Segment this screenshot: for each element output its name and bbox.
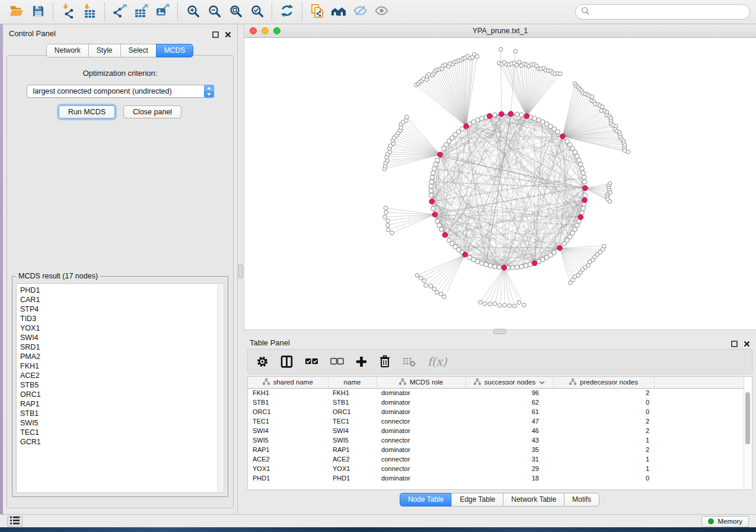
attribute-type-icon xyxy=(399,379,406,386)
select-all-button[interactable] xyxy=(305,358,318,366)
table-row[interactable]: RAP1RAP1dominator352 xyxy=(248,445,744,454)
splitter-handle[interactable] xyxy=(238,264,243,278)
horizontal-splitter[interactable] xyxy=(244,329,756,334)
list-scrollbar[interactable] xyxy=(217,284,223,492)
table-row[interactable]: ACE2ACE2connector311 xyxy=(248,454,744,464)
houses-icon xyxy=(331,4,346,20)
criterion-dropdown[interactable]: largest connected component (undirected) xyxy=(27,85,214,98)
table-scrollbar[interactable] xyxy=(744,389,751,489)
import-table-icon xyxy=(82,4,97,21)
export-image-button[interactable] xyxy=(152,2,173,21)
control-panel: Control Panel NetworkStyleSelectMCDS Opt… xyxy=(3,24,238,514)
network-title: YPA_prune.txt_1 xyxy=(244,27,756,35)
mcds-result-item[interactable]: TID3 xyxy=(20,314,224,323)
network-titlebar[interactable]: YPA_prune.txt_1 xyxy=(244,24,756,38)
memory-button[interactable]: Memory xyxy=(701,516,749,527)
table-tab-motifs[interactable]: Motifs xyxy=(564,493,599,507)
toolbar-separator xyxy=(104,3,105,21)
toolbar-separator xyxy=(53,3,53,21)
equation-builder-button[interactable]: f(x) xyxy=(428,355,447,368)
table-tab-network-table[interactable]: Network Table xyxy=(503,493,564,507)
table-options-button[interactable] xyxy=(256,355,269,368)
mcds-result-item[interactable]: STB5 xyxy=(20,380,224,390)
table-row[interactable]: FKH1FKH1dominator962 xyxy=(248,388,744,398)
import-network-button[interactable] xyxy=(58,2,79,21)
close-panel-icon[interactable] xyxy=(744,339,750,350)
tab-style[interactable]: Style xyxy=(88,44,121,57)
column-header-name[interactable]: name xyxy=(328,377,377,388)
mcds-result-item[interactable]: RAP1 xyxy=(20,399,224,409)
task-history-button[interactable] xyxy=(7,516,23,527)
search-input[interactable] xyxy=(594,8,749,16)
search-field[interactable] xyxy=(575,4,750,20)
table-panel: Table Panel f(x) xyxy=(244,334,756,514)
zoom-fit-button[interactable] xyxy=(225,2,246,21)
table-row[interactable]: STB1STB1dominator620 xyxy=(248,398,744,407)
refresh-icon xyxy=(280,4,294,20)
mcds-result-item[interactable]: SWI4 xyxy=(20,333,224,342)
column-header-successor-nodes[interactable]: successor nodes xyxy=(465,377,553,388)
export-network-icon xyxy=(113,4,127,21)
column-header-predecessor-nodes[interactable]: predecessor nodes xyxy=(553,377,654,388)
mcds-tab-content: Optimization criterion: largest connecte… xyxy=(7,55,234,508)
save-session-button[interactable] xyxy=(27,2,49,21)
network-canvas[interactable] xyxy=(244,38,756,329)
column-header-MCDS-role[interactable]: MCDS role xyxy=(377,377,465,388)
tab-network[interactable]: Network xyxy=(46,44,89,57)
export-table-button[interactable] xyxy=(130,2,152,21)
table-tab-node-table[interactable]: Node Table xyxy=(400,493,452,507)
mcds-result-list[interactable]: PHD1CAR1STP4TID3YOX1SWI4SRD1PMA2FKH1ACE2… xyxy=(16,283,224,493)
duplicate-network-button[interactable] xyxy=(307,2,328,21)
vertical-splitter[interactable] xyxy=(238,24,244,514)
run-mcds-button[interactable]: Run MCDS xyxy=(59,105,115,118)
float-panel-icon[interactable] xyxy=(731,339,738,350)
mcds-result-item[interactable]: YOX1 xyxy=(20,323,224,333)
column-header-shared-name[interactable]: shared name xyxy=(248,377,328,388)
deselect-all-button[interactable] xyxy=(330,358,344,366)
refresh-layout-button[interactable] xyxy=(276,2,298,21)
table-row[interactable]: TEC1TEC1connector472 xyxy=(248,416,744,426)
desktop-wallpaper-bottom xyxy=(0,527,756,532)
mcds-result-item[interactable]: FKH1 xyxy=(20,361,224,371)
open-file-button[interactable] xyxy=(6,2,27,21)
show-all-button[interactable] xyxy=(371,2,392,21)
control-panel-tabs: NetworkStyleSelectMCDS xyxy=(3,44,237,57)
mcds-result-item[interactable]: GCR1 xyxy=(20,437,224,447)
float-panel-icon[interactable] xyxy=(212,30,219,40)
hide-selected-button[interactable] xyxy=(349,2,371,21)
mcds-result-item[interactable]: SWI5 xyxy=(20,418,224,428)
first-neighbors-button[interactable] xyxy=(328,2,349,21)
mcds-result-item[interactable]: SRD1 xyxy=(20,342,224,352)
criterion-value: largest connected component (undirected) xyxy=(27,87,213,95)
mcds-result-item[interactable]: TEC1 xyxy=(20,428,224,437)
import-table-button[interactable] xyxy=(79,2,100,21)
zoom-in-button[interactable] xyxy=(182,2,203,21)
delete-table-button[interactable] xyxy=(403,356,416,367)
table-row[interactable]: YOX1YOX1connector291 xyxy=(248,464,744,473)
table-row[interactable]: ORC1ORC1dominator610 xyxy=(248,407,744,416)
add-column-button[interactable] xyxy=(356,356,367,367)
table-tab-edge-table[interactable]: Edge Table xyxy=(451,493,503,507)
zoom-selected-button[interactable] xyxy=(246,2,267,21)
table-tabs: Node TableEdge TableNetwork TableMotifs xyxy=(244,493,756,507)
table-row[interactable]: PHD1PHD1dominator180 xyxy=(248,473,744,483)
delete-column-button[interactable] xyxy=(379,355,391,368)
zoom-out-button[interactable] xyxy=(203,2,225,21)
mcds-result-item[interactable]: STB1 xyxy=(20,409,224,418)
table-row[interactable]: SWI4SWI4dominator462 xyxy=(248,426,744,435)
mcds-result-item[interactable]: STP4 xyxy=(20,305,224,314)
export-network-button[interactable] xyxy=(109,2,130,21)
table-row[interactable]: SWI5SWI5connector431 xyxy=(248,435,744,445)
tab-mcds[interactable]: MCDS xyxy=(156,44,193,57)
mcds-result-item[interactable]: ORC1 xyxy=(20,390,224,399)
scrollbar-thumb[interactable] xyxy=(745,392,750,444)
mcds-result-item[interactable]: PHD1 xyxy=(20,286,224,295)
mcds-result-item[interactable]: ACE2 xyxy=(20,371,224,380)
close-panel-icon[interactable] xyxy=(225,30,231,40)
mcds-result-item[interactable]: CAR1 xyxy=(20,295,224,305)
close-panel-button[interactable]: Close panel xyxy=(123,105,181,118)
tab-select[interactable]: Select xyxy=(120,44,157,57)
mcds-result-item[interactable]: PMA2 xyxy=(20,352,224,361)
show-columns-button[interactable] xyxy=(280,355,293,368)
toolbar-separator xyxy=(302,3,302,21)
